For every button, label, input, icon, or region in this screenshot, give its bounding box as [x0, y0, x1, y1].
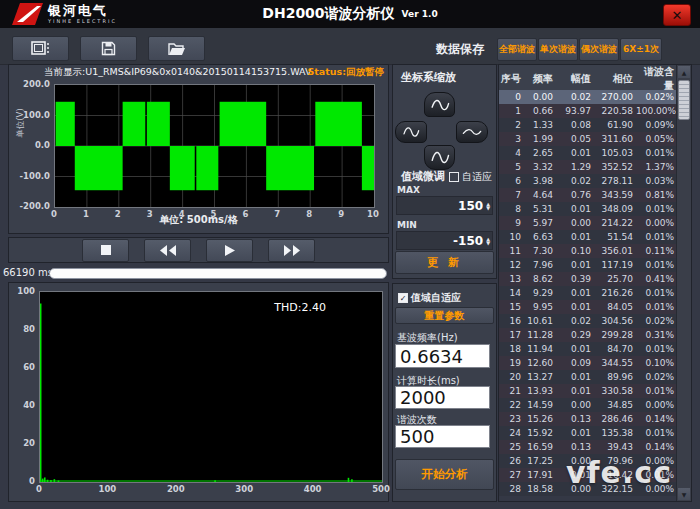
tick-label: 100 [11, 286, 35, 296]
table-row[interactable]: 2516.590.1339.430.14% [499, 440, 677, 454]
waveform-header: 当前显示:U1_RMS&IP69&0x0140&20150114153715.W… [9, 66, 384, 79]
table-cell: 51.54 [594, 232, 636, 242]
max-label: MAX [397, 185, 420, 195]
table-cell: 0.14% [636, 414, 677, 424]
filter-even-harmonics-button[interactable]: 偶次谐波 [579, 38, 619, 61]
table-scrollbar[interactable]: ▲ ▼ [676, 65, 691, 501]
table-row[interactable]: 1811.940.0184.700.01% [499, 342, 677, 356]
table-row[interactable]: 42.650.01105.030.01% [499, 146, 677, 160]
table-cell: 0.09 [556, 358, 594, 368]
adaptive-checkbox[interactable] [449, 172, 459, 182]
table-cell: 14.59 [524, 400, 556, 410]
update-button[interactable]: 更 新 [395, 251, 494, 274]
table-row[interactable]: 2113.930.01330.580.01% [499, 384, 677, 398]
table-row[interactable]: 159.950.0184.050.01% [499, 300, 677, 314]
table-row[interactable]: 85.310.01348.090.01% [499, 202, 677, 216]
table-cell: 13 [499, 274, 524, 284]
rewind-button[interactable] [144, 239, 191, 262]
col-header-content: 谐波含量 [636, 65, 677, 93]
table-row[interactable]: 2717.910.0110.420.01% [499, 468, 677, 482]
table-row[interactable]: 1711.280.29299.280.31% [499, 328, 677, 342]
step-down-icon[interactable]: ▼ [486, 241, 490, 245]
table-row[interactable]: 2013.270.0189.960.02% [499, 370, 677, 384]
harmonic-table-panel: 序号 频率 幅值 相位 谐波含量 00.000.02270.000.02%10.… [498, 64, 692, 502]
table-cell: 15 [499, 302, 524, 312]
start-analysis-button[interactable]: 开始分析 [395, 459, 494, 490]
table-row[interactable]: 53.321.29352.521.37% [499, 160, 677, 174]
table-row[interactable]: 1912.600.09344.550.10% [499, 356, 677, 370]
table-row[interactable]: 00.000.02270.000.02% [499, 90, 677, 104]
table-cell: 352.52 [594, 162, 636, 172]
tick-label: -200.0 [9, 201, 50, 211]
table-cell: 0.01 [556, 148, 594, 158]
autorange-checkbox[interactable]: ✓ [398, 293, 408, 303]
close-button[interactable]: ✕ [663, 4, 691, 26]
table-header-row: 序号 频率 幅值 相位 谐波含量 [499, 65, 677, 91]
table-cell: 1.37% [636, 162, 677, 172]
table-cell: 61.90 [594, 120, 636, 130]
table-cell: 0.01% [636, 344, 677, 354]
autorange-checkbox-row[interactable]: ✓ 值域自适应 [398, 291, 461, 305]
table-row[interactable]: 63.980.02278.110.03% [499, 174, 677, 188]
table-row[interactable]: 2617.250.0079.960.00% [499, 454, 677, 468]
fundamental-freq-input[interactable] [395, 344, 490, 368]
step-down-icon[interactable]: ▼ [486, 206, 490, 210]
table-cell: 9.95 [524, 302, 556, 312]
scroll-down-icon[interactable]: ▼ [678, 488, 690, 500]
table-row[interactable]: 127.960.01117.190.01% [499, 258, 677, 272]
table-row[interactable]: 2818.580.00322.150.00% [499, 482, 677, 496]
table-row[interactable]: 21.330.0861.900.09% [499, 118, 677, 132]
save-button[interactable] [80, 36, 137, 61]
min-spinner[interactable]: -150 ▲▼ [396, 231, 493, 250]
table-cell: 12 [499, 260, 524, 270]
table-row[interactable]: 2214.590.0034.850.00% [499, 398, 677, 412]
min-stepper-arrows[interactable]: ▲▼ [486, 237, 490, 245]
filter-odd-harmonics-button[interactable]: 单次谐波 [538, 38, 578, 61]
reset-params-button[interactable]: 重置参数 [395, 307, 494, 324]
fast-forward-button[interactable] [268, 239, 315, 262]
save-icon [101, 41, 116, 56]
range-tune-title: 值域微调 [401, 169, 445, 184]
table-row[interactable]: 10.6693.97220.58100.00% [499, 104, 677, 118]
calc-duration-input[interactable] [395, 386, 490, 409]
table-row[interactable]: 74.640.76343.590.81% [499, 188, 677, 202]
display-report-button[interactable] [12, 36, 69, 61]
table-row[interactable]: 2415.920.01135.380.01% [499, 426, 677, 440]
table-row[interactable]: 117.300.10356.010.11% [499, 244, 677, 258]
harmonic-count-input[interactable] [395, 425, 490, 448]
tick-label: 60 [11, 362, 35, 372]
table-cell: 0.01% [636, 302, 677, 312]
table-cell: 5.31 [524, 204, 556, 214]
fast-forward-icon [284, 245, 300, 256]
zoom-right-button[interactable] [456, 121, 488, 143]
zoom-up-button[interactable] [424, 92, 455, 117]
table-cell: 0.39 [556, 274, 594, 284]
table-row[interactable]: 106.630.0151.540.01% [499, 230, 677, 244]
zoom-down-button[interactable] [424, 145, 455, 170]
filter-6x1-button[interactable]: 6X±1次 [620, 38, 662, 61]
scrollbar-thumb[interactable] [678, 80, 690, 120]
play-button[interactable] [206, 239, 253, 262]
max-spinner[interactable]: 150 ▲▼ [396, 196, 493, 215]
tick-label: 100.0 [9, 110, 50, 120]
scroll-up-icon[interactable]: ▲ [678, 66, 690, 78]
table-row[interactable]: 2315.260.13286.460.14% [499, 412, 677, 426]
playback-progress-slider[interactable] [49, 268, 387, 279]
table-row[interactable]: 31.990.05311.600.05% [499, 132, 677, 146]
waveform-x-unit-label: 单位: 500ms/格 [9, 213, 388, 227]
table-cell: 0.02 [556, 92, 594, 102]
filter-all-harmonics-button[interactable]: 全部谐波 [497, 38, 537, 61]
zoom-left-button[interactable] [395, 121, 427, 143]
stop-button[interactable] [82, 239, 129, 262]
open-file-button[interactable] [148, 36, 205, 61]
table-row[interactable]: 1610.610.02304.560.02% [499, 314, 677, 328]
table-cell: 1.99 [524, 134, 556, 144]
table-row[interactable]: 149.290.01216.260.01% [499, 286, 677, 300]
table-row[interactable]: 138.620.3925.700.41% [499, 272, 677, 286]
waveform-plot[interactable] [54, 84, 375, 208]
max-stepper-arrows[interactable]: ▲▼ [486, 202, 490, 210]
table-row[interactable]: 95.970.00214.220.00% [499, 216, 677, 230]
adaptive-checkbox-row[interactable]: 自适应 [449, 170, 492, 184]
spectrum-plot[interactable] [39, 291, 383, 483]
table-cell: 0.00% [636, 218, 677, 228]
